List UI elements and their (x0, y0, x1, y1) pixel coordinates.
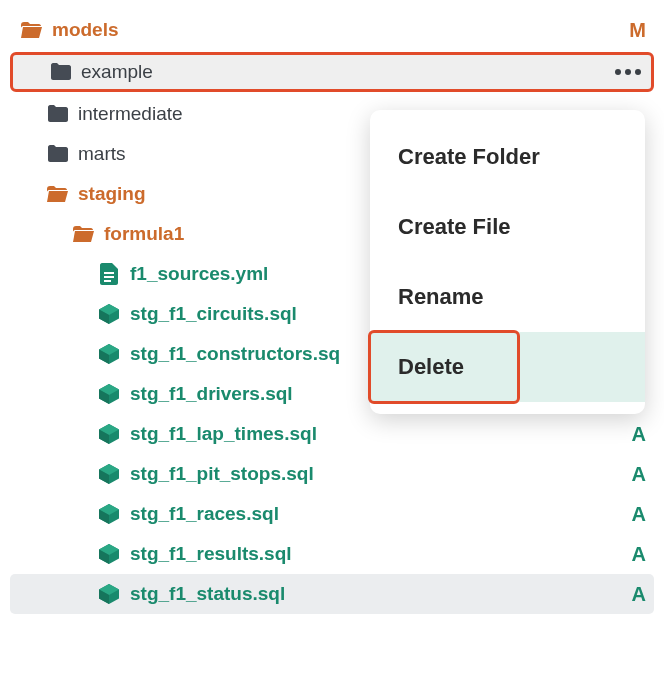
svg-rect-2 (104, 280, 111, 282)
folder-example[interactable]: example (10, 52, 654, 92)
file-label: stg_f1_races.sql (130, 503, 624, 525)
svg-rect-1 (104, 276, 114, 278)
file-stg-f1-lap-times-sql[interactable]: stg_f1_lap_times.sqlA (10, 414, 654, 454)
folder-label: models (52, 19, 621, 41)
svg-rect-0 (104, 272, 114, 274)
git-status-badge: A (632, 543, 646, 566)
menu-item-label: Delete (398, 354, 464, 379)
cube-icon (98, 503, 120, 525)
folder-closed-icon (46, 103, 68, 125)
menu-create-folder[interactable]: Create Folder (370, 122, 645, 192)
kebab-menu-icon[interactable] (613, 69, 643, 75)
git-status-badge: A (632, 503, 646, 526)
file-tree: models M example intermediate marts stag… (10, 10, 654, 614)
doc-icon (98, 263, 120, 285)
folder-open-icon (20, 19, 42, 41)
git-status-badge: M (629, 19, 646, 42)
file-label: stg_f1_status.sql (130, 583, 624, 605)
file-stg-f1-status-sql[interactable]: stg_f1_status.sqlA (10, 574, 654, 614)
file-label: stg_f1_lap_times.sql (130, 423, 624, 445)
git-status-badge: A (632, 463, 646, 486)
menu-create-file[interactable]: Create File (370, 192, 645, 262)
folder-label: example (81, 61, 613, 83)
menu-rename[interactable]: Rename (370, 262, 645, 332)
file-stg-f1-pit-stops-sql[interactable]: stg_f1_pit_stops.sqlA (10, 454, 654, 494)
menu-delete[interactable]: Delete (370, 332, 645, 402)
folder-models[interactable]: models M (10, 10, 654, 50)
cube-icon (98, 303, 120, 325)
file-label: stg_f1_results.sql (130, 543, 624, 565)
cube-icon (98, 543, 120, 565)
file-label: stg_f1_pit_stops.sql (130, 463, 624, 485)
context-menu: Create Folder Create File Rename Delete (370, 110, 645, 414)
cube-icon (98, 343, 120, 365)
git-status-badge: A (632, 423, 646, 446)
folder-open-icon (72, 223, 94, 245)
file-stg-f1-results-sql[interactable]: stg_f1_results.sqlA (10, 534, 654, 574)
folder-open-icon (46, 183, 68, 205)
cube-icon (98, 423, 120, 445)
cube-icon (98, 463, 120, 485)
git-status-badge: A (632, 583, 646, 606)
file-stg-f1-races-sql[interactable]: stg_f1_races.sqlA (10, 494, 654, 534)
cube-icon (98, 383, 120, 405)
cube-icon (98, 583, 120, 605)
folder-closed-icon (49, 61, 71, 83)
folder-closed-icon (46, 143, 68, 165)
